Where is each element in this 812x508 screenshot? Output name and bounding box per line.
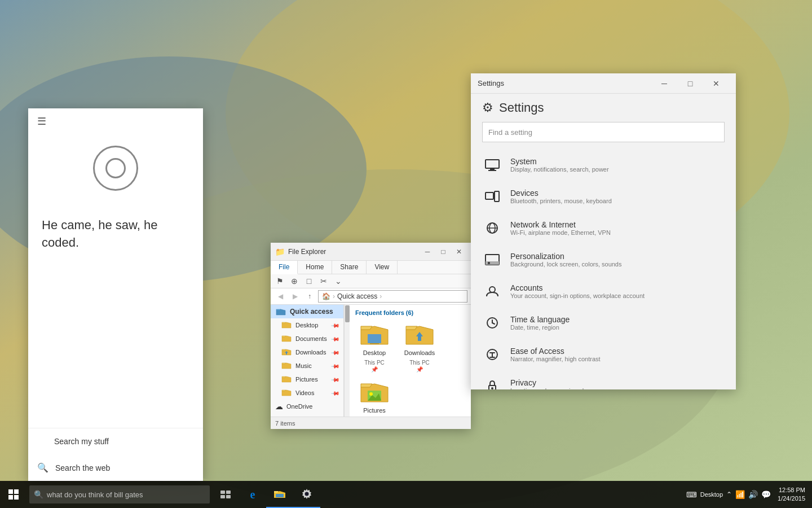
fe-title-bar: 📁 File Explorer ─ □ ✕ — [271, 243, 471, 261]
accounts-title: Accounts — [510, 283, 645, 292]
devices-title: Devices — [510, 189, 612, 198]
sidebar-desktop-label: Desktop — [295, 322, 318, 329]
svg-rect-52 — [226, 491, 231, 494]
cortana-search-my-stuff[interactable]: Search my stuff — [28, 428, 203, 454]
taskbar-search-box[interactable]: 🔍 what do you think of bill gates — [29, 485, 210, 503]
fe-sidebar-documents[interactable]: Documents 📌 — [271, 332, 343, 345]
settings-close-button[interactable]: ✕ — [703, 73, 729, 94]
cortana-search-web[interactable]: 🔍 Search the web — [28, 454, 203, 481]
desktop-pin-icon: 📌 — [331, 321, 340, 330]
fe-address-bar: ◀ ▶ ↑ 🏠 › Quick access › — [271, 288, 471, 305]
fe-footer: 7 items — [271, 417, 471, 429]
fe-ribbon-btn5[interactable]: ⌄ — [332, 275, 345, 287]
fe-ribbon-btn4[interactable]: ✂ — [317, 275, 330, 287]
taskbar-app-file-explorer[interactable] — [266, 481, 293, 508]
fe-tab-view[interactable]: View — [367, 261, 398, 274]
personalization-sub: Background, lock screen, colors, sounds — [510, 261, 622, 268]
settings-heading: Settings — [499, 100, 544, 115]
sidebar-pictures-label: Pictures — [295, 376, 318, 383]
fe-folder-desktop[interactable]: Desktop This PC 📌 — [352, 318, 397, 376]
cortana-menu-icon[interactable]: ☰ — [37, 115, 46, 128]
fe-tab-file[interactable]: File — [271, 261, 298, 274]
fe-tab-share[interactable]: Share — [332, 261, 367, 274]
taskbar-clock[interactable]: 12:58 PM 1/24/2015 — [775, 486, 807, 503]
settings-item-ease[interactable]: Ease of Access Narrator, magnifier, high… — [476, 339, 730, 370]
taskbar: 🔍 what do you think of bill gates e — [0, 481, 812, 508]
downloads-folder-sub: This PC — [409, 359, 430, 366]
settings-item-time[interactable]: Time & language Date, time, region — [476, 307, 730, 339]
wifi-icon[interactable]: 📶 — [735, 490, 745, 499]
downloads-big-icon — [405, 322, 434, 347]
music-pin-icon: 📌 — [331, 361, 340, 370]
system-sub: Display, notifications, search, power — [510, 166, 609, 173]
settings-minimize-button[interactable]: ─ — [651, 73, 677, 94]
fe-maximize-button[interactable]: □ — [436, 244, 451, 259]
settings-header: ⚙ Settings — [471, 94, 736, 122]
fe-ribbon: File Home Share View ⚑ ⊕ □ ✂ ⌄ — [271, 261, 471, 288]
keyboard-icon[interactable]: ⌨ — [686, 491, 697, 499]
notification-icon[interactable]: 💬 — [761, 490, 771, 499]
fe-sidebar-desktop[interactable]: Desktop 📌 — [271, 318, 343, 332]
taskbar-task-view[interactable] — [212, 481, 239, 508]
fe-ribbon-btn1[interactable]: ⚑ — [273, 275, 286, 287]
settings-item-devices[interactable]: Devices Bluetooth, printers, mouse, keyb… — [476, 181, 730, 212]
fe-ribbon-btn3[interactable]: □ — [302, 275, 316, 287]
music-folder-icon — [281, 361, 292, 370]
fe-folder-pictures[interactable]: Pictures This PC 📌 — [352, 376, 397, 417]
cortana-tagline: He came, he saw, he coded. — [28, 208, 203, 261]
fe-folder-downloads[interactable]: Downloads This PC 📌 — [397, 318, 442, 376]
fe-sidebar-quick-access[interactable]: Quick access — [271, 305, 343, 318]
volume-icon[interactable]: 🔊 — [748, 490, 758, 499]
fe-sidebar-music[interactable]: Music 📌 — [271, 359, 343, 373]
fe-ribbon-tabs: File Home Share View — [271, 261, 471, 274]
fe-sidebar-videos[interactable]: Videos 📌 — [271, 386, 343, 400]
fe-scroll-bar[interactable] — [344, 305, 350, 417]
taskbar-app-ie[interactable]: e — [239, 481, 266, 508]
fe-close-button[interactable]: ✕ — [452, 244, 466, 259]
settings-maximize-button[interactable]: □ — [677, 73, 703, 94]
fe-path-home-icon: 🏠 — [322, 292, 330, 300]
fe-sidebar-onedrive[interactable]: ☁ OneDrive — [271, 400, 343, 413]
fe-minimize-button[interactable]: ─ — [420, 244, 435, 259]
fe-back-button[interactable]: ◀ — [274, 290, 286, 303]
fe-path-label: Quick access — [337, 292, 377, 300]
privacy-sub: Location, webcam, microphone — [510, 387, 596, 389]
time-icon — [482, 313, 502, 333]
fe-forward-button[interactable]: ▶ — [289, 290, 301, 303]
start-button[interactable] — [0, 481, 27, 508]
settings-item-accounts[interactable]: Accounts Your account, sign-in options, … — [476, 275, 730, 307]
devices-sub: Bluetooth, printers, mouse, keyboard — [510, 198, 612, 204]
taskbar-desktop-label[interactable]: Desktop — [700, 491, 723, 498]
settings-item-network[interactable]: Network & Internet Wi-Fi, airplane mode,… — [476, 212, 730, 244]
settings-item-system[interactable]: System Display, notifications, search, p… — [476, 149, 730, 181]
network-icon — [482, 218, 502, 238]
fe-path-bar[interactable]: 🏠 › Quick access › — [318, 290, 467, 303]
network-title: Network & Internet — [510, 220, 611, 229]
fe-up-button[interactable]: ↑ — [303, 290, 316, 303]
fe-ribbon-btn2[interactable]: ⊕ — [288, 275, 301, 287]
videos-folder-icon — [281, 388, 292, 397]
sidebar-music-label: Music — [295, 362, 312, 369]
fe-tab-home[interactable]: Home — [298, 261, 332, 274]
settings-window-controls: ─ □ ✕ — [651, 73, 729, 94]
svg-rect-32 — [490, 168, 495, 170]
taskbar-search-text: what do you think of bill gates — [47, 491, 143, 499]
fe-path-separator: › — [333, 292, 335, 300]
settings-item-personalization[interactable]: Personalization Background, lock screen,… — [476, 244, 730, 275]
taskbar-app-settings[interactable] — [293, 481, 320, 508]
personalization-item-text: Personalization Background, lock screen,… — [510, 252, 622, 268]
ease-sub: Narrator, magnifier, high contrast — [510, 356, 601, 362]
fe-path-arrow: › — [379, 292, 382, 300]
cortana-header: ☰ — [28, 108, 203, 134]
accounts-icon — [482, 281, 502, 301]
settings-search-bar[interactable]: Find a setting — [482, 122, 725, 142]
fe-ribbon-actions: ⚑ ⊕ □ ✂ ⌄ — [271, 274, 471, 288]
ease-access-icon — [482, 344, 502, 365]
fe-sidebar-pictures[interactable]: Pictures 📌 — [271, 373, 343, 386]
chevron-up-icon[interactable]: ⌃ — [726, 491, 732, 498]
fe-scroll-thumb[interactable] — [345, 305, 350, 322]
settings-item-privacy[interactable]: Privacy Location, webcam, microphone — [476, 370, 730, 389]
fe-sidebar-downloads[interactable]: Downloads 📌 — [271, 345, 343, 359]
file-explorer-window: 📁 File Explorer ─ □ ✕ File Home Share Vi… — [271, 243, 471, 429]
svg-rect-35 — [495, 191, 499, 202]
